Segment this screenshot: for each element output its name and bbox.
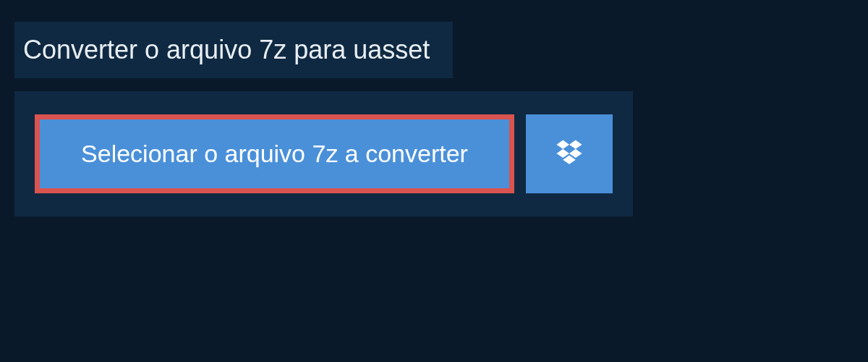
dropbox-icon [554, 138, 584, 171]
main-container: Converter o arquivo 7z para uasset Selec… [0, 0, 868, 238]
select-file-button[interactable]: Selecionar o arquivo 7z a converter [35, 114, 514, 193]
select-file-button-label: Selecionar o arquivo 7z a converter [81, 140, 468, 168]
dropbox-button[interactable] [526, 114, 613, 193]
button-panel: Selecionar o arquivo 7z a converter [14, 91, 633, 216]
page-title: Converter o arquivo 7z para uasset [14, 22, 453, 78]
